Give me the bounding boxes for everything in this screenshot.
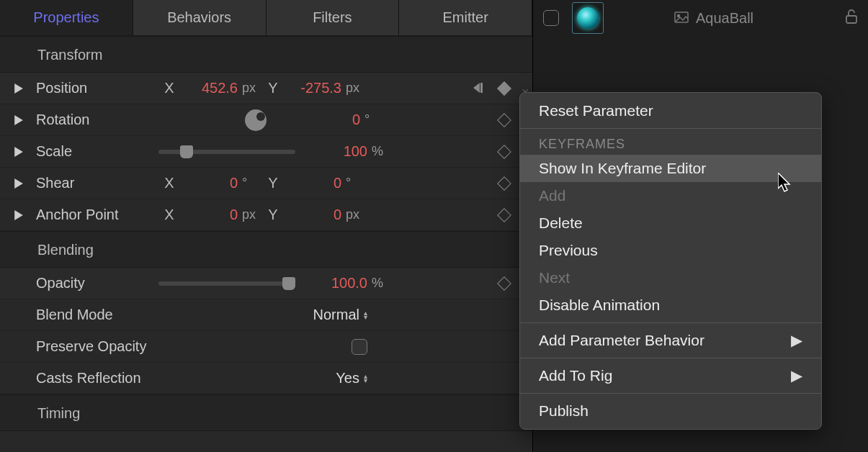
param-label: Opacity <box>36 275 158 291</box>
menu-keyframes-label: KEYFRAMES <box>520 132 821 155</box>
menu-reset-parameter[interactable]: Reset Parameter <box>520 97 821 125</box>
axis-y-label: Y <box>262 207 284 223</box>
shear-y-value[interactable]: 0 <box>284 175 341 191</box>
unit-label: px <box>341 81 366 96</box>
row-casts-reflection: Casts Reflection Yes ▴▾ <box>0 363 532 394</box>
lock-icon[interactable] <box>845 9 858 28</box>
keyframe-diamond-icon[interactable] <box>497 276 511 291</box>
keyframe-diamond-icon[interactable] <box>497 208 511 222</box>
menu-separator <box>520 322 821 323</box>
menu-separator <box>520 128 821 129</box>
row-opacity: Opacity 100.0 % ⌵ <box>0 268 532 299</box>
tab-filters[interactable]: Filters <box>267 0 400 35</box>
keyframe-diamond-icon[interactable] <box>497 145 511 159</box>
menu-publish[interactable]: Publish <box>520 397 821 425</box>
row-shear: Shear X 0 ° Y 0 ° ⌵ <box>0 168 532 199</box>
layer-thumbnail[interactable] <box>572 2 604 34</box>
rotation-value[interactable]: 0 <box>274 112 360 128</box>
axis-y-label: Y <box>262 80 284 96</box>
menu-separator <box>520 358 821 358</box>
unit-label: ° <box>238 176 262 191</box>
svg-point-8 <box>678 14 680 17</box>
menu-next-keyframe: Next <box>520 264 821 291</box>
row-blend-mode: Blend Mode Normal ▴▾ <box>0 299 532 331</box>
section-timing-header: Timing <box>0 394 532 431</box>
param-label: Anchor Point <box>36 207 158 223</box>
svg-rect-9 <box>846 16 856 23</box>
preserve-opacity-checkbox[interactable] <box>352 339 367 355</box>
keyframe-diamond-icon[interactable] <box>497 81 511 96</box>
svg-marker-1 <box>473 83 480 93</box>
menu-add-to-rig[interactable]: Add To Rig▶ <box>520 362 821 389</box>
anchor-y-value[interactable]: 0 <box>284 207 341 223</box>
param-label: Shear <box>36 175 158 191</box>
layer-name[interactable]: AquaBall <box>696 10 753 27</box>
layer-visibility-checkbox[interactable] <box>543 10 559 26</box>
blend-mode-value[interactable]: Normal <box>313 307 359 323</box>
disclosure-triangle-icon[interactable] <box>13 114 24 126</box>
opacity-value[interactable]: 100.0 <box>303 275 367 291</box>
axis-x-label: X <box>158 175 180 191</box>
submenu-arrow-icon: ▶ <box>791 367 802 384</box>
svg-rect-2 <box>480 83 483 93</box>
disclosure-triangle-icon[interactable] <box>13 209 24 221</box>
anchor-x-value[interactable]: 0 <box>180 207 238 223</box>
position-y-value[interactable]: -275.3 <box>284 80 341 96</box>
menu-previous-keyframe[interactable]: Previous <box>520 237 821 264</box>
svg-marker-3 <box>14 115 23 125</box>
unit-label: ° <box>360 112 385 127</box>
param-label: Blend Mode <box>36 307 158 323</box>
scale-slider[interactable] <box>158 150 295 154</box>
opacity-slider[interactable] <box>158 281 295 286</box>
keyframe-diamond-icon[interactable] <box>497 113 511 127</box>
tab-emitter[interactable]: Emitter <box>399 0 532 35</box>
updown-arrows-icon[interactable]: ▴▾ <box>364 374 367 383</box>
keyframe-diamond-icon[interactable] <box>497 176 511 191</box>
disclosure-triangle-icon[interactable] <box>13 178 24 189</box>
menu-disable-animation[interactable]: Disable Animation <box>520 291 821 319</box>
section-blending-header: Blending <box>0 231 532 268</box>
svg-marker-5 <box>14 178 23 189</box>
menu-add-parameter-behavior[interactable]: Add Parameter Behavior▶ <box>520 327 821 354</box>
menu-add-keyframe: Add <box>520 182 821 209</box>
casts-reflection-value[interactable]: Yes <box>336 370 359 387</box>
row-preserve-opacity: Preserve Opacity <box>0 331 532 363</box>
axis-x-label: X <box>158 207 180 223</box>
unit-label: px <box>238 207 262 222</box>
inspector-tabs: Properties Behaviors Filters Emitter <box>0 0 532 36</box>
shear-x-value[interactable]: 0 <box>180 175 238 191</box>
submenu-arrow-icon: ▶ <box>791 332 802 349</box>
param-label: Preserve Opacity <box>36 338 223 355</box>
unit-label: % <box>367 144 392 159</box>
disclosure-triangle-icon[interactable] <box>13 146 24 158</box>
svg-marker-6 <box>14 210 23 220</box>
position-x-value[interactable]: 452.6 <box>180 80 238 96</box>
svg-marker-0 <box>14 83 23 94</box>
unit-label: px <box>238 81 262 96</box>
rotation-dial[interactable] <box>245 109 267 131</box>
axis-y-label: Y <box>262 175 284 191</box>
axis-x-label: X <box>158 80 180 96</box>
svg-marker-4 <box>14 147 23 157</box>
tab-behaviors[interactable]: Behaviors <box>133 0 267 35</box>
row-scale: Scale 100 % ⌵ <box>0 136 532 168</box>
disclosure-triangle-icon[interactable] <box>13 83 24 94</box>
param-label: Casts Reflection <box>36 370 180 387</box>
image-placeholder-icon <box>674 10 689 27</box>
animation-context-menu: Reset Parameter KEYFRAMES Show In Keyfra… <box>519 92 822 430</box>
param-label: Scale <box>36 143 158 160</box>
param-label: Rotation <box>36 112 158 128</box>
menu-delete-keyframe[interactable]: Delete <box>520 209 821 237</box>
prev-keyframe-icon[interactable] <box>473 80 486 96</box>
unit-label: px <box>341 207 366 222</box>
row-position: Position X 452.6 px Y -275.3 px ⌵ <box>0 73 532 104</box>
unit-label: % <box>367 276 392 291</box>
inspector-panel: Properties Behaviors Filters Emitter Tra… <box>0 0 533 452</box>
menu-show-in-keyframe-editor[interactable]: Show In Keyframe Editor <box>520 155 821 182</box>
updown-arrows-icon[interactable]: ▴▾ <box>364 311 367 320</box>
row-anchor-point: Anchor Point X 0 px Y 0 px ⌵ <box>0 199 532 231</box>
menu-separator <box>520 393 821 394</box>
tab-properties[interactable]: Properties <box>0 0 133 35</box>
scale-value[interactable]: 100 <box>303 143 367 160</box>
unit-label: ° <box>341 176 366 191</box>
